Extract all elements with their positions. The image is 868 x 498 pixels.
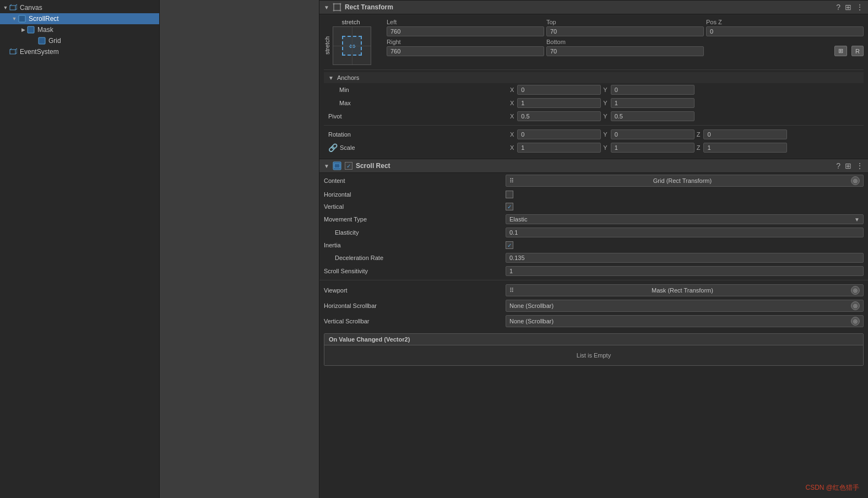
scroll-rect-help-button[interactable]: ? bbox=[836, 161, 840, 170]
viewport-select-button[interactable]: ◎ bbox=[851, 286, 860, 295]
scroll-rect-more-button[interactable]: ⋮ bbox=[856, 161, 864, 170]
rect-transform-collapse-arrow[interactable]: ▼ bbox=[324, 4, 329, 10]
anchors-min-label: Min bbox=[328, 86, 510, 93]
inertia-label: Inertia bbox=[324, 242, 506, 248]
anchors-max-y-input[interactable] bbox=[611, 98, 695, 108]
posz-field-group: Pos Z bbox=[706, 19, 864, 36]
horizontal-label: Horizontal bbox=[324, 191, 506, 198]
svg-rect-0 bbox=[10, 6, 15, 10]
pivot-row: Pivot X Y bbox=[324, 110, 864, 123]
vertical-values bbox=[506, 203, 864, 210]
anchors-max-y-label: Y bbox=[603, 100, 607, 106]
event-body: List is Empty bbox=[324, 345, 863, 365]
rect-transform-more-button[interactable]: ⋮ bbox=[856, 3, 864, 12]
horizontal-scrollbar-field[interactable]: None (Scrollbar) ◎ bbox=[506, 300, 864, 312]
bottom-label: Bottom bbox=[546, 39, 704, 45]
scroll-rect-collapse-arrow[interactable]: ▼ bbox=[324, 163, 329, 169]
rect-transform-icon bbox=[333, 3, 341, 12]
deceleration-rate-label: Deceleration Rate bbox=[324, 255, 506, 261]
pivot-y-input[interactable] bbox=[611, 111, 695, 121]
anchors-min-x-input[interactable] bbox=[517, 85, 601, 95]
divider-1 bbox=[324, 69, 864, 70]
canvas-label: Canvas bbox=[20, 4, 42, 12]
pivot-x-input[interactable] bbox=[517, 111, 601, 121]
anchors-min-y-label: Y bbox=[603, 86, 607, 93]
movement-type-dropdown[interactable]: Elastic ▼ bbox=[506, 214, 864, 224]
viewport-row: Viewport ⠿ Mask (Rect Transform) ◎ bbox=[319, 283, 868, 298]
divider-3 bbox=[319, 280, 868, 280]
posz-input[interactable] bbox=[706, 26, 864, 36]
hierarchy-item-mask[interactable]: ▶ Mask bbox=[0, 24, 159, 35]
vertical-checkbox[interactable] bbox=[506, 203, 513, 210]
deceleration-rate-row: Deceleration Rate bbox=[319, 251, 868, 264]
rotation-values: X Y Z bbox=[510, 129, 859, 139]
elasticity-input[interactable] bbox=[506, 228, 864, 237]
top-input[interactable] bbox=[546, 26, 704, 36]
blueprint-button[interactable]: ⊞ bbox=[834, 46, 847, 56]
content-row: Content ⠿ Grid (Rect Transform) ◎ bbox=[319, 173, 868, 188]
horizontal-values bbox=[506, 191, 864, 198]
hierarchy-item-canvas[interactable]: ▼ Canvas bbox=[0, 2, 159, 13]
horizontal-checkbox[interactable] bbox=[506, 191, 513, 198]
event-label: On Value Changed (Vector2) bbox=[329, 336, 410, 343]
content-select-button[interactable]: ◎ bbox=[851, 176, 860, 185]
elasticity-row: Elasticity bbox=[319, 226, 868, 239]
scale-z-input[interactable] bbox=[703, 143, 787, 153]
scale-y-input[interactable] bbox=[611, 143, 695, 153]
anchors-max-x-input[interactable] bbox=[517, 98, 601, 108]
stretch-top-label: stretch bbox=[341, 19, 360, 25]
rect-transform-content: stretch stretch ⇔ Left bbox=[319, 14, 868, 159]
anchors-arrow[interactable]: ▼ bbox=[328, 75, 334, 81]
vertical-scrollbar-field[interactable]: None (Scrollbar) ◎ bbox=[506, 315, 864, 327]
scroll-rect-layout-button[interactable]: ⊞ bbox=[845, 161, 851, 170]
viewport-field[interactable]: ⠿ Mask (Rect Transform) ◎ bbox=[506, 284, 864, 296]
pivot-y-label: Y bbox=[603, 113, 607, 120]
scroll-rect-enabled-checkbox[interactable] bbox=[345, 162, 352, 170]
bottom-input[interactable] bbox=[546, 46, 704, 56]
scale-link-icon: 🔗 bbox=[328, 143, 338, 152]
svg-point-15 bbox=[339, 3, 341, 5]
rotation-x-input[interactable] bbox=[517, 129, 601, 139]
svg-rect-8 bbox=[10, 50, 15, 54]
eventsystem-icon bbox=[9, 47, 18, 56]
inertia-values bbox=[506, 241, 864, 249]
anchors-min-y-input[interactable] bbox=[611, 85, 695, 95]
rect-transform-layout-button[interactable]: ⊞ bbox=[845, 3, 851, 12]
scroll-rect-checkbox[interactable] bbox=[345, 162, 352, 170]
scale-z-label: Z bbox=[697, 144, 701, 151]
content-field[interactable]: ⠿ Grid (Rect Transform) ◎ bbox=[506, 175, 864, 187]
scale-x-input[interactable] bbox=[517, 143, 601, 153]
rotation-x-label: X bbox=[510, 131, 514, 138]
scroll-sensitivity-row: Scroll Sensitivity bbox=[319, 264, 868, 278]
mask-label: Mask bbox=[37, 26, 53, 34]
hierarchy-item-scrollrect[interactable]: ▼ ScrollRect bbox=[0, 13, 159, 24]
rotation-row: Rotation X Y Z bbox=[324, 128, 864, 141]
scroll-rect-title: Scroll Rect bbox=[356, 162, 836, 170]
rect-transform-help-button[interactable]: ? bbox=[836, 3, 840, 12]
deceleration-rate-input[interactable] bbox=[506, 253, 864, 263]
inertia-checkbox[interactable] bbox=[506, 241, 513, 249]
left-input[interactable] bbox=[387, 26, 544, 36]
mask-icon bbox=[26, 25, 35, 34]
scroll-rect-icon bbox=[333, 161, 341, 170]
right-input[interactable] bbox=[387, 46, 544, 56]
scroll-sensitivity-label: Scroll Sensitivity bbox=[324, 268, 506, 274]
canvas-arrow: ▼ bbox=[2, 5, 9, 10]
stretch-side-label: stretch bbox=[324, 36, 330, 55]
eventsystem-label: EventSystem bbox=[20, 48, 59, 56]
rotation-y-input[interactable] bbox=[611, 129, 695, 139]
horizontal-scrollbar-select-button[interactable]: ◎ bbox=[851, 301, 860, 310]
elasticity-label: Elasticity bbox=[324, 229, 506, 236]
top-label: Top bbox=[546, 19, 704, 25]
hierarchy-item-eventsystem[interactable]: EventSystem bbox=[0, 46, 159, 57]
r-button[interactable]: R bbox=[851, 46, 864, 56]
hierarchy-item-grid[interactable]: Grid bbox=[0, 35, 159, 46]
anchors-label: Anchors bbox=[337, 74, 359, 81]
vertical-scrollbar-select-button[interactable]: ◎ bbox=[851, 317, 860, 326]
horizontal-scrollbar-row: Horizontal Scrollbar None (Scrollbar) ◎ bbox=[319, 298, 868, 313]
rotation-z-input[interactable] bbox=[703, 129, 787, 139]
scroll-sensitivity-input[interactable] bbox=[506, 266, 864, 276]
divider-2 bbox=[324, 125, 864, 126]
stretch-box[interactable]: ⇔ bbox=[333, 26, 371, 65]
scale-y-label: Y bbox=[603, 144, 607, 151]
